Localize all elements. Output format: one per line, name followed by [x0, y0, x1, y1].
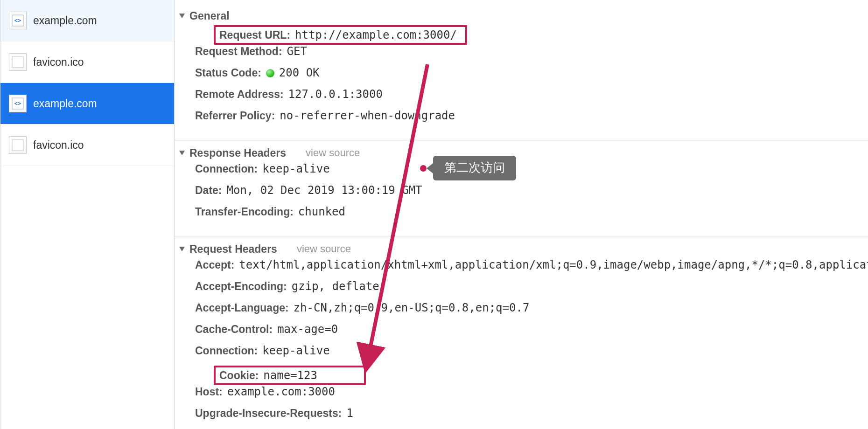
svg-rect-5 — [12, 139, 23, 151]
kv-key-connection: Connection: — [195, 345, 258, 357]
kv-key-transfer-encoding: Transfer-Encoding: — [195, 206, 294, 218]
request-row-label: favicon.ico — [33, 56, 84, 69]
view-source-link[interactable]: view source — [297, 243, 351, 255]
kv-key-referrer-policy: Referrer Policy: — [195, 110, 275, 122]
kv-key-remote-address: Remote Address: — [195, 88, 284, 101]
kv-val-request-method: GET — [287, 45, 307, 58]
section-header-request[interactable]: Request Headers view source — [175, 240, 868, 258]
kv-val-accept-language: zh-CN,zh;q=0.9,en-US;q=0.8,en;q=0.7 — [294, 301, 530, 314]
section-header-response[interactable]: Response Headers view source — [175, 144, 868, 162]
kv-key-date: Date: — [195, 184, 222, 197]
annotation-dot-icon — [420, 165, 427, 172]
highlight-cookie: Cookie: name=123 — [214, 366, 366, 385]
kv-key-upgrade-insecure: Upgrade-Insecure-Requests: — [195, 407, 342, 420]
status-code-text: 200 OK — [279, 66, 320, 79]
kv-key-connection: Connection: — [195, 163, 258, 175]
svg-text:<>: <> — [14, 100, 21, 107]
kv-val-status-code: 200 OK — [266, 66, 320, 79]
section-title: General — [189, 10, 230, 22]
request-row-2[interactable]: <> example.com — [0, 83, 174, 125]
annotation-text: 第二次访问 — [433, 156, 516, 180]
kv-key-accept-encoding: Accept-Encoding: — [195, 280, 287, 293]
kv-val-cookie: name=123 — [263, 369, 317, 382]
response-headers-list: Connection: keep-alive Date: Mon, 02 Dec… — [175, 162, 868, 227]
view-source-link[interactable]: view source — [306, 147, 360, 159]
status-dot-icon — [266, 69, 274, 77]
kv-val-remote-address: 127.0.0.1:3000 — [288, 88, 383, 101]
file-icon — [9, 53, 27, 71]
section-response-headers: Response Headers view source Connection:… — [175, 140, 868, 236]
file-icon — [9, 136, 27, 154]
kv-val-host: example.com:3000 — [227, 385, 335, 398]
request-row-label: example.com — [33, 14, 97, 27]
html-icon: <> — [9, 95, 27, 112]
kv-key-accept-language: Accept-Language: — [195, 302, 289, 314]
kv-key-request-method: Request Method: — [195, 45, 282, 58]
headers-panel: General Request URL: http://example.com:… — [175, 0, 868, 429]
kv-val-accept-encoding: gzip, deflate — [292, 280, 379, 293]
annotation-callout: 第二次访问 — [420, 156, 516, 180]
kv-key-request-url: Request URL: — [219, 29, 290, 42]
kv-val-accept: text/html,application/xhtml+xml,applicat… — [239, 258, 868, 271]
request-row-1[interactable]: favicon.ico — [0, 42, 174, 83]
kv-val-connection: keep-alive — [262, 344, 330, 357]
section-title: Request Headers — [189, 243, 277, 256]
kv-key-accept: Accept: — [195, 259, 234, 271]
requests-sidebar: <> example.com favicon.ico <> example.co… — [0, 0, 175, 429]
kv-val-date: Mon, 02 Dec 2019 13:00:19 GMT — [227, 184, 422, 197]
disclosure-triangle-icon — [179, 247, 185, 251]
section-request-headers: Request Headers view source Accept: text… — [175, 236, 868, 429]
request-headers-list: Accept: text/html,application/xhtml+xml,… — [175, 258, 868, 429]
kv-val-cache-control: max-age=0 — [277, 323, 338, 336]
kv-key-cookie: Cookie: — [219, 369, 259, 382]
kv-key-status-code: Status Code: — [195, 67, 261, 79]
html-icon: <> — [9, 12, 27, 29]
highlight-request-url: Request URL: http://example.com:3000/ — [214, 25, 467, 45]
request-row-0[interactable]: <> example.com — [0, 0, 174, 42]
request-row-label: favicon.ico — [33, 139, 84, 152]
kv-val-transfer-encoding: chunked — [298, 205, 345, 218]
kv-key-cache-control: Cache-Control: — [195, 323, 273, 336]
disclosure-triangle-icon — [179, 14, 185, 18]
section-general: General Request URL: http://example.com:… — [175, 0, 868, 140]
svg-text:<>: <> — [14, 17, 21, 24]
disclosure-triangle-icon — [179, 151, 185, 155]
kv-val-referrer-policy: no-referrer-when-downgrade — [280, 109, 455, 122]
kv-key-host: Host: — [195, 386, 223, 398]
kv-val-connection: keep-alive — [262, 162, 330, 175]
kv-val-upgrade-insecure: 1 — [346, 407, 353, 420]
section-header-general[interactable]: General — [175, 7, 868, 25]
kv-val-request-url: http://example.com:3000/ — [295, 28, 457, 42]
general-list: Request URL: http://example.com:3000/ Re… — [175, 25, 868, 131]
svg-rect-2 — [12, 56, 23, 68]
devtools-network-panel: <> example.com favicon.ico <> example.co… — [0, 0, 868, 429]
request-row-3[interactable]: favicon.ico — [0, 125, 174, 166]
section-title: Response Headers — [189, 147, 286, 159]
request-row-label: example.com — [33, 97, 97, 110]
